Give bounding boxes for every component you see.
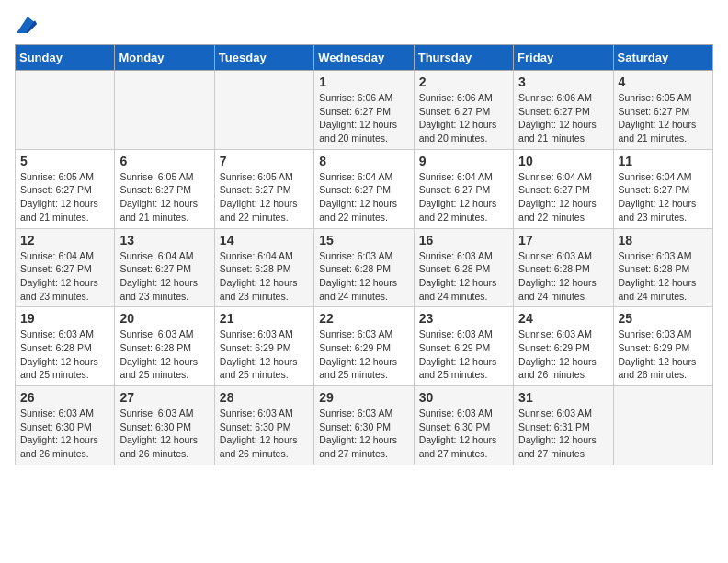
calendar-cell: 11Sunrise: 6:04 AMSunset: 6:27 PMDayligh… <box>613 149 712 228</box>
calendar-week-1: 1Sunrise: 6:06 AMSunset: 6:27 PMDaylight… <box>16 71 713 150</box>
calendar-week-2: 5Sunrise: 6:05 AMSunset: 6:27 PMDaylight… <box>16 149 713 228</box>
day-number: 7 <box>220 154 309 168</box>
calendar-cell: 5Sunrise: 6:05 AMSunset: 6:27 PMDaylight… <box>16 149 115 228</box>
calendar-cell: 20Sunrise: 6:03 AMSunset: 6:28 PMDayligh… <box>115 307 214 386</box>
day-number: 6 <box>119 154 209 168</box>
calendar-table: SundayMondayTuesdayWednesdayThursdayFrid… <box>15 44 713 465</box>
calendar-cell: 27Sunrise: 6:03 AMSunset: 6:30 PMDayligh… <box>115 386 214 465</box>
day-info: Sunrise: 6:05 AMSunset: 6:27 PMDaylight:… <box>119 170 209 224</box>
day-number: 23 <box>419 311 508 326</box>
weekday-header-saturday: Saturday <box>613 45 712 71</box>
calendar-cell: 26Sunrise: 6:03 AMSunset: 6:30 PMDayligh… <box>16 386 115 465</box>
calendar-cell: 28Sunrise: 6:03 AMSunset: 6:30 PMDayligh… <box>214 386 313 465</box>
weekday-header-friday: Friday <box>514 45 613 71</box>
day-number: 12 <box>20 233 109 247</box>
day-number: 2 <box>419 75 508 89</box>
calendar-cell: 31Sunrise: 6:03 AMSunset: 6:31 PMDayligh… <box>514 386 613 465</box>
day-number: 19 <box>20 311 109 326</box>
day-number: 30 <box>419 390 508 405</box>
day-number: 28 <box>220 390 309 405</box>
calendar-week-4: 19Sunrise: 6:03 AMSunset: 6:28 PMDayligh… <box>16 307 713 386</box>
day-info: Sunrise: 6:03 AMSunset: 6:28 PMDaylight:… <box>20 327 109 382</box>
day-number: 8 <box>319 154 408 168</box>
day-number: 29 <box>319 390 408 405</box>
calendar-cell: 23Sunrise: 6:03 AMSunset: 6:29 PMDayligh… <box>414 307 513 386</box>
day-number: 20 <box>119 311 209 326</box>
day-info: Sunrise: 6:04 AMSunset: 6:28 PMDaylight:… <box>220 249 309 304</box>
day-info: Sunrise: 6:04 AMSunset: 6:27 PMDaylight:… <box>619 170 708 224</box>
day-number: 11 <box>619 154 708 168</box>
calendar-cell: 2Sunrise: 6:06 AMSunset: 6:27 PMDaylight… <box>414 71 513 150</box>
weekday-header-row: SundayMondayTuesdayWednesdayThursdayFrid… <box>16 45 713 71</box>
day-info: Sunrise: 6:06 AMSunset: 6:27 PMDaylight:… <box>518 91 608 145</box>
calendar-cell: 16Sunrise: 6:03 AMSunset: 6:28 PMDayligh… <box>414 228 513 307</box>
day-info: Sunrise: 6:05 AMSunset: 6:27 PMDaylight:… <box>220 170 309 224</box>
weekday-header-tuesday: Tuesday <box>214 45 313 71</box>
day-number: 26 <box>20 390 109 405</box>
day-number: 21 <box>220 311 309 326</box>
day-number: 17 <box>518 233 608 247</box>
day-info: Sunrise: 6:06 AMSunset: 6:27 PMDaylight:… <box>419 91 508 145</box>
day-number: 4 <box>619 75 708 89</box>
logo-bird-icon <box>17 17 37 33</box>
day-info: Sunrise: 6:03 AMSunset: 6:29 PMDaylight:… <box>518 327 608 382</box>
day-info: Sunrise: 6:03 AMSunset: 6:30 PMDaylight:… <box>319 407 408 461</box>
day-info: Sunrise: 6:03 AMSunset: 6:28 PMDaylight:… <box>319 249 408 304</box>
day-info: Sunrise: 6:03 AMSunset: 6:31 PMDaylight:… <box>518 407 608 461</box>
calendar-week-3: 12Sunrise: 6:04 AMSunset: 6:27 PMDayligh… <box>16 228 713 307</box>
weekday-header-wednesday: Wednesday <box>314 45 414 71</box>
page-header <box>15 15 713 33</box>
calendar-cell: 4Sunrise: 6:05 AMSunset: 6:27 PMDaylight… <box>613 71 712 150</box>
day-number: 3 <box>518 75 608 89</box>
calendar-cell: 25Sunrise: 6:03 AMSunset: 6:29 PMDayligh… <box>613 307 712 386</box>
calendar-cell: 14Sunrise: 6:04 AMSunset: 6:28 PMDayligh… <box>214 228 313 307</box>
day-info: Sunrise: 6:03 AMSunset: 6:30 PMDaylight:… <box>220 407 309 461</box>
calendar-cell: 13Sunrise: 6:04 AMSunset: 6:27 PMDayligh… <box>115 228 214 307</box>
day-number: 22 <box>319 311 408 326</box>
calendar-cell: 21Sunrise: 6:03 AMSunset: 6:29 PMDayligh… <box>214 307 313 386</box>
calendar-cell: 30Sunrise: 6:03 AMSunset: 6:30 PMDayligh… <box>414 386 513 465</box>
calendar-cell: 12Sunrise: 6:04 AMSunset: 6:27 PMDayligh… <box>16 228 115 307</box>
calendar-cell <box>214 71 313 150</box>
day-info: Sunrise: 6:04 AMSunset: 6:27 PMDaylight:… <box>20 249 109 304</box>
day-number: 5 <box>20 154 109 168</box>
day-info: Sunrise: 6:04 AMSunset: 6:27 PMDaylight:… <box>419 170 508 224</box>
calendar-cell: 6Sunrise: 6:05 AMSunset: 6:27 PMDaylight… <box>115 149 214 228</box>
calendar-cell <box>115 71 214 150</box>
day-number: 25 <box>619 311 708 326</box>
day-info: Sunrise: 6:03 AMSunset: 6:29 PMDaylight:… <box>419 327 508 382</box>
day-info: Sunrise: 6:03 AMSunset: 6:28 PMDaylight:… <box>619 249 708 304</box>
calendar-cell: 24Sunrise: 6:03 AMSunset: 6:29 PMDayligh… <box>514 307 613 386</box>
day-number: 14 <box>220 233 309 247</box>
day-number: 9 <box>419 154 508 168</box>
day-info: Sunrise: 6:05 AMSunset: 6:27 PMDaylight:… <box>619 91 708 145</box>
calendar-cell: 8Sunrise: 6:04 AMSunset: 6:27 PMDaylight… <box>314 149 414 228</box>
day-info: Sunrise: 6:03 AMSunset: 6:28 PMDaylight:… <box>119 327 209 382</box>
calendar-cell: 15Sunrise: 6:03 AMSunset: 6:28 PMDayligh… <box>314 228 414 307</box>
day-info: Sunrise: 6:03 AMSunset: 6:28 PMDaylight:… <box>419 249 508 304</box>
day-info: Sunrise: 6:03 AMSunset: 6:30 PMDaylight:… <box>419 407 508 461</box>
day-info: Sunrise: 6:04 AMSunset: 6:27 PMDaylight:… <box>119 249 209 304</box>
calendar-cell: 1Sunrise: 6:06 AMSunset: 6:27 PMDaylight… <box>314 71 414 150</box>
day-info: Sunrise: 6:03 AMSunset: 6:29 PMDaylight:… <box>319 327 408 382</box>
day-info: Sunrise: 6:06 AMSunset: 6:27 PMDaylight:… <box>319 91 408 145</box>
calendar-cell: 17Sunrise: 6:03 AMSunset: 6:28 PMDayligh… <box>514 228 613 307</box>
calendar-cell: 7Sunrise: 6:05 AMSunset: 6:27 PMDaylight… <box>214 149 313 228</box>
day-info: Sunrise: 6:05 AMSunset: 6:27 PMDaylight:… <box>20 170 109 224</box>
weekday-header-sunday: Sunday <box>16 45 115 71</box>
calendar-cell: 22Sunrise: 6:03 AMSunset: 6:29 PMDayligh… <box>314 307 414 386</box>
day-number: 10 <box>518 154 608 168</box>
day-number: 15 <box>319 233 408 247</box>
day-number: 1 <box>319 75 408 89</box>
logo <box>15 15 37 33</box>
calendar-cell <box>16 71 115 150</box>
calendar-cell: 3Sunrise: 6:06 AMSunset: 6:27 PMDaylight… <box>514 71 613 150</box>
day-number: 31 <box>518 390 608 405</box>
day-info: Sunrise: 6:03 AMSunset: 6:30 PMDaylight:… <box>20 407 109 461</box>
weekday-header-thursday: Thursday <box>414 45 513 71</box>
day-info: Sunrise: 6:04 AMSunset: 6:27 PMDaylight:… <box>518 170 608 224</box>
day-number: 13 <box>119 233 209 247</box>
calendar-cell: 18Sunrise: 6:03 AMSunset: 6:28 PMDayligh… <box>613 228 712 307</box>
day-info: Sunrise: 6:03 AMSunset: 6:29 PMDaylight:… <box>619 327 708 382</box>
calendar-week-5: 26Sunrise: 6:03 AMSunset: 6:30 PMDayligh… <box>16 386 713 465</box>
